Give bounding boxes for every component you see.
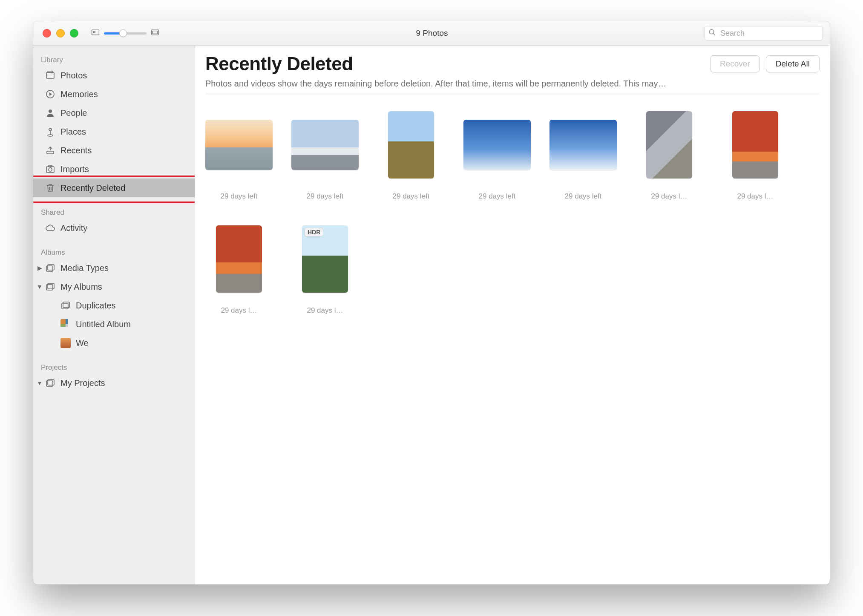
photo-caption: 29 days left [393, 192, 430, 201]
sidebar-item-label: Imports [60, 164, 89, 174]
photo-thumbnail[interactable] [646, 111, 692, 178]
sidebar-item-recents[interactable]: Recents [33, 141, 195, 160]
photo-thumbnail[interactable] [463, 120, 531, 170]
recover-button[interactable]: Recover [710, 55, 760, 72]
recents-icon [45, 145, 55, 155]
disclosure-right-icon[interactable]: ▶ [36, 265, 43, 271]
photo-thumbnail[interactable] [216, 225, 262, 293]
sidebar-item-places[interactable]: Places [33, 122, 195, 141]
sidebar-item-label: Places [60, 127, 86, 137]
svg-point-13 [48, 135, 53, 136]
album-stack-icon [45, 263, 55, 273]
window-controls [37, 29, 87, 37]
close-window-button[interactable] [43, 29, 51, 37]
svg-point-4 [709, 29, 714, 34]
sidebar-item-activity[interactable]: Activity [33, 219, 195, 237]
slider-knob[interactable] [119, 29, 127, 37]
photo-thumbnail[interactable] [291, 120, 359, 170]
photo-caption: 29 days l… [221, 306, 257, 315]
photo-grid: 29 days left29 days left29 days left29 d… [205, 102, 820, 315]
photo-thumbnail[interactable] [388, 111, 434, 178]
photo-thumbnail[interactable] [549, 120, 617, 170]
thumbnail-zoom-control [91, 29, 159, 38]
photo-tile[interactable]: HDR29 days l… [291, 216, 359, 315]
imports-icon [45, 164, 55, 174]
search-input[interactable] [719, 29, 819, 38]
memories-icon [45, 89, 55, 99]
svg-marker-9 [49, 92, 52, 96]
photo-thumbnail-wrap [291, 102, 359, 188]
svg-point-16 [49, 168, 52, 171]
sidebar-item-people[interactable]: People [33, 104, 195, 122]
disclosure-down-icon[interactable]: ▼ [36, 283, 43, 290]
divider [205, 94, 820, 94]
album-thumb-icon [60, 338, 71, 348]
disclosure-down-icon[interactable]: ▼ [36, 380, 43, 386]
photo-tile[interactable]: 29 days left [549, 102, 617, 201]
album-stack-icon [45, 282, 55, 292]
sidebar-item-photos[interactable]: Photos [33, 66, 195, 85]
thumbnail-zoom-slider[interactable] [104, 32, 147, 35]
sidebar-item-label: People [60, 108, 87, 118]
photo-thumbnail-wrap [205, 102, 273, 188]
photo-caption: 29 days l… [307, 306, 343, 315]
section-header-shared: Shared [33, 205, 195, 219]
sidebar-item-label: Duplicates [76, 301, 115, 311]
sidebar-item-we[interactable]: We [33, 334, 195, 352]
sidebar-item-memories[interactable]: Memories [33, 85, 195, 104]
section-header-albums: Albums [33, 245, 195, 259]
photo-caption: 29 days l… [737, 192, 773, 201]
photo-tile[interactable]: 29 days left [377, 102, 445, 201]
sidebar-item-label: Untitled Album [76, 320, 131, 329]
photo-tile[interactable]: 29 days left [205, 102, 273, 201]
sidebar-item-recently-deleted[interactable]: Recently Deleted [33, 178, 195, 197]
sidebar-item-my-albums[interactable]: ▼ My Albums [33, 277, 195, 296]
svg-rect-6 [46, 72, 54, 78]
album-stack-icon [45, 378, 55, 388]
album-stack-icon [60, 300, 71, 311]
photo-tile[interactable]: 29 days l… [205, 216, 273, 315]
sidebar-item-label: Activity [60, 223, 87, 233]
photo-tile[interactable]: 29 days left [463, 102, 531, 201]
photo-thumbnail-wrap: HDR [291, 216, 359, 302]
svg-rect-7 [48, 71, 53, 73]
window-title: 9 Photos [159, 29, 705, 38]
page-title: Recently Deleted [205, 53, 353, 75]
search-field[interactable] [705, 26, 823, 40]
hdr-badge: HDR [305, 228, 323, 236]
svg-rect-14 [47, 151, 54, 154]
photo-thumbnail-wrap [463, 102, 531, 188]
svg-rect-3 [152, 31, 158, 34]
photo-thumbnail[interactable]: HDR [302, 225, 348, 293]
svg-rect-0 [92, 30, 99, 35]
photo-thumbnail[interactable] [732, 111, 778, 178]
minimize-window-button[interactable] [56, 29, 65, 37]
sidebar-item-my-projects[interactable]: ▼ My Projects [33, 374, 195, 392]
main-content: Recently Deleted Recover Delete All Phot… [195, 46, 830, 584]
fullscreen-window-button[interactable] [70, 29, 78, 37]
svg-point-10 [49, 109, 52, 113]
section-header-projects: Projects [33, 360, 195, 374]
photo-thumbnail-wrap [636, 102, 703, 188]
sidebar-item-label: My Projects [60, 378, 105, 388]
photo-tile[interactable]: 29 days l… [722, 102, 789, 201]
photo-caption: 29 days left [307, 192, 344, 201]
svg-rect-1 [93, 31, 95, 32]
photo-thumbnail[interactable] [205, 120, 273, 170]
photo-caption: 29 days left [565, 192, 602, 201]
svg-line-5 [713, 33, 715, 35]
section-header-library: Library [33, 52, 195, 66]
photo-tile[interactable]: 29 days l… [636, 102, 703, 201]
zoom-out-icon [91, 29, 100, 38]
search-icon [708, 29, 716, 38]
sidebar-item-untitled-album[interactable]: Untitled Album [33, 315, 195, 334]
photo-tile[interactable]: 29 days left [291, 102, 359, 201]
page-subtitle: Photos and videos show the days remainin… [205, 79, 820, 89]
sidebar-item-duplicates[interactable]: Duplicates [33, 296, 195, 315]
delete-all-button[interactable]: Delete All [766, 55, 820, 72]
sidebar-item-label: Memories [60, 89, 98, 99]
sidebar-item-imports[interactable]: Imports [33, 160, 195, 178]
photos-icon [45, 70, 55, 81]
sidebar-item-media-types[interactable]: ▶ Media Types [33, 259, 195, 277]
sidebar-item-label: Media Types [60, 263, 109, 273]
